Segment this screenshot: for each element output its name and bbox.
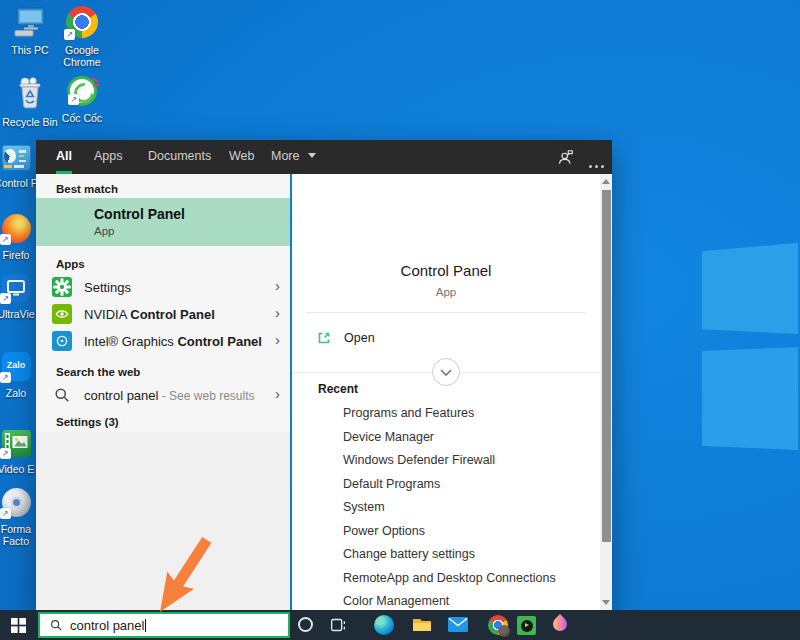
nvidia-icon (52, 304, 72, 324)
chrome-profile-button[interactable] (488, 615, 508, 635)
result-nvidia-control-panel[interactable]: NVIDIA Control Panel › (36, 301, 290, 328)
result-web-search[interactable]: control panel - See web results › (36, 382, 290, 409)
chevron-right-icon: › (275, 277, 280, 294)
intel-graphics-icon (52, 331, 72, 351)
coc-coc-icon: ↗ (67, 76, 97, 106)
divider (306, 312, 586, 313)
scroll-down-icon[interactable] (602, 600, 610, 605)
recent-item[interactable]: Device Manager (292, 426, 600, 450)
recent-heading: Recent (318, 382, 358, 396)
recent-item[interactable]: Programs and Features (292, 402, 600, 426)
best-match-result[interactable]: Control Panel App (36, 198, 290, 246)
desktop-icon-google-chrome[interactable]: ↗ Google Chrome (54, 6, 110, 68)
chrome-icon: ↗ (66, 6, 98, 38)
search-input-value: control panel (70, 618, 146, 633)
account-icon[interactable] (556, 148, 575, 171)
shortcut-arrow-icon: ↗ (0, 448, 11, 459)
start-button[interactable] (0, 610, 38, 640)
edge-button[interactable] (374, 615, 394, 635)
wallpaper-logo-pane-bottom (702, 347, 798, 450)
chevron-right-icon: › (275, 385, 280, 402)
scroll-thumb[interactable] (602, 190, 611, 542)
control-panel-icon (2, 145, 31, 171)
shortcut-arrow-icon: ↗ (64, 29, 75, 40)
taskbar: control panel (0, 610, 800, 640)
shortcut-arrow-icon: ↗ (0, 372, 11, 383)
format-factory-icon: ↗ (2, 488, 31, 517)
settings-gear-icon (52, 277, 72, 297)
best-match-title: Control Panel (94, 206, 185, 222)
tab-apps[interactable]: Apps (94, 140, 123, 171)
shortcut-arrow-icon: ↗ (0, 293, 11, 304)
chevron-right-icon: › (275, 304, 280, 321)
windows-logo-icon (11, 618, 26, 633)
mail-button[interactable] (448, 617, 468, 632)
section-apps: Apps (56, 258, 85, 270)
media-player-button[interactable] (517, 616, 536, 635)
tab-all[interactable]: All (56, 140, 72, 171)
shortcut-arrow-icon: ↗ (0, 508, 11, 519)
best-match-subtitle: App (94, 225, 114, 237)
detail-title: Control Panel (292, 262, 600, 279)
detail-subtitle: App (292, 286, 600, 298)
recent-item[interactable]: Change battery settings (292, 543, 600, 567)
tab-web[interactable]: Web (229, 140, 254, 171)
desktop-icon-recycle-bin[interactable]: Recycle Bin (2, 76, 58, 128)
recent-item[interactable]: Power Options (292, 520, 600, 544)
recycle-bin-icon (14, 76, 46, 114)
video-editor-icon: ↗ (2, 430, 31, 457)
search-icon (52, 385, 72, 405)
this-pc-icon (13, 6, 47, 42)
chevron-right-icon: › (275, 331, 280, 348)
wallpaper-logo-pane-top (702, 241, 798, 334)
recent-item[interactable]: Default Programs (292, 473, 600, 497)
recent-item[interactable]: System (292, 496, 600, 520)
profile-avatar (498, 625, 510, 637)
section-best-match: Best match (56, 183, 118, 195)
task-view-button[interactable] (328, 615, 348, 635)
shortcut-arrow-icon: ↗ (68, 94, 79, 105)
desktop-icon-label: Google Chrome (54, 44, 110, 68)
section-settings-count: Settings (3) (56, 416, 119, 428)
scrollbar[interactable] (600, 174, 612, 610)
detail-panel: Control Panel App Open Recent (292, 174, 600, 610)
file-explorer-button[interactable] (412, 615, 432, 635)
cortana-button[interactable] (298, 617, 313, 632)
recent-item[interactable]: Windows Defender Firewall (292, 449, 600, 473)
search-icon (49, 618, 63, 636)
desktop-icon-label: This PC (2, 44, 58, 56)
annotation-arrow (128, 524, 220, 616)
search-tabs-header: All Apps Documents Web More (36, 140, 612, 174)
desktop-icon-label: Recycle Bin (2, 116, 58, 128)
open-icon (316, 330, 332, 350)
shortcut-arrow-icon: ↗ (0, 234, 11, 245)
tab-more[interactable]: More (271, 140, 316, 171)
ultraviewer-icon: ↗ (2, 274, 30, 302)
recent-item[interactable]: Color Management (292, 590, 600, 610)
chevron-down-icon (433, 359, 459, 385)
firefox-icon: ↗ (2, 214, 31, 243)
result-settings[interactable]: Settings › (36, 274, 290, 301)
play-icon (525, 623, 529, 627)
tab-documents[interactable]: Documents (148, 140, 211, 171)
desktop-icon-label: Cốc Cốc (54, 112, 110, 124)
more-options-icon[interactable] (586, 154, 604, 172)
desktop: This PC ↗ Google Chrome Recycle Bin ↗ (0, 0, 800, 640)
open-label: Open (344, 331, 375, 345)
recent-item[interactable]: RemoteApp and Desktop Connections (292, 567, 600, 591)
gradient-drop-app-button[interactable] (550, 614, 570, 634)
zalo-icon: Zalo ↗ (2, 352, 31, 381)
section-search-the-web: Search the web (56, 366, 140, 378)
scroll-up-icon[interactable] (602, 179, 610, 184)
desktop-icon-coc-coc[interactable]: ↗ Cốc Cốc (54, 76, 110, 124)
chevron-down-icon (308, 153, 316, 158)
result-intel-graphics-control-panel[interactable]: Intel® Graphics Control Panel › (36, 328, 290, 355)
expand-button[interactable] (432, 358, 460, 386)
open-action[interactable]: Open (292, 324, 600, 354)
text-caret (145, 619, 146, 632)
search-flyout-panel: All Apps Documents Web More (36, 140, 612, 610)
desktop-icon-this-pc[interactable]: This PC (2, 6, 58, 56)
